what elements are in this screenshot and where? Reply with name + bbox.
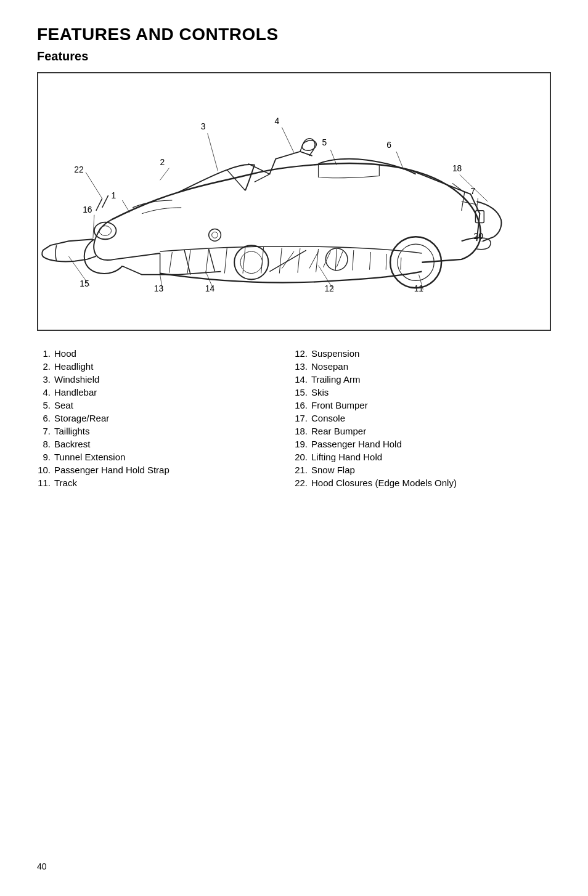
part-label: Passenger Hand Hold [311,439,402,449]
part-number: 14. [294,374,311,385]
svg-text:20: 20 [473,231,483,241]
svg-point-40 [209,229,221,241]
list-item: 2.Headlight [37,361,294,372]
part-label: Trailing Arm [311,374,360,385]
svg-line-26 [261,247,264,273]
svg-line-47 [330,150,337,165]
list-item: 14.Trailing Arm [294,374,551,385]
part-label: Nosepan [311,361,348,372]
part-number: 8. [37,439,54,449]
svg-line-42 [86,173,102,198]
parts-list-right: 12.Suspension13.Nosepan14.Trailing Arm15… [294,348,551,491]
part-number: 12. [294,348,311,359]
svg-line-45 [208,133,218,171]
parts-list-left: 1.Hood2.Headlight3.Windshield4.Handlebar… [37,348,294,491]
part-number: 21. [294,465,311,475]
part-number: 3. [37,374,54,385]
part-label: Taillights [54,426,90,436]
part-number: 16. [294,400,311,410]
part-number: 7. [37,426,54,436]
list-item: 15.Skis [294,387,551,397]
list-item: 21.Snow Flap [294,465,551,475]
svg-line-24 [224,248,227,274]
part-label: Suspension [311,348,359,359]
part-label: Storage/Rear [54,413,109,423]
svg-line-34 [401,258,401,270]
part-label: Rear Bumper [311,426,366,436]
list-item: 7.Taillights [37,426,294,436]
list-item: 1.Hood [37,348,294,359]
svg-text:3: 3 [201,121,206,131]
list-item: 18.Rear Bumper [294,426,551,436]
svg-text:6: 6 [386,140,391,150]
svg-text:22: 22 [74,165,83,174]
svg-line-33 [386,254,386,270]
part-label: Headlight [54,361,93,372]
svg-line-46 [282,127,294,153]
svg-line-51 [93,215,94,238]
snowmobile-diagram: 22 2 3 4 5 6 18 7 1 16 20 15 13 14 12 11 [37,72,551,331]
part-number: 19. [294,439,311,449]
list-item: 13.Nosepan [294,361,551,372]
part-number: 18. [294,426,311,436]
part-label: Lifting Hand Hold [311,452,382,462]
svg-point-41 [212,232,218,238]
list-item: 12.Suspension [294,348,551,359]
list-item: 4.Handlebar [37,387,294,397]
svg-line-30 [335,249,337,271]
part-number: 15. [294,387,311,397]
svg-line-32 [370,252,371,270]
svg-line-44 [160,168,169,181]
list-item: 17.Console [294,413,551,423]
part-number: 9. [37,452,54,462]
svg-text:4: 4 [274,116,279,126]
list-item: 10.Passenger Hand Hold Strap [37,465,294,475]
part-label: Track [54,478,77,488]
part-number: 17. [294,413,311,423]
svg-text:5: 5 [322,137,327,147]
list-item: 16.Front Bumper [294,400,551,410]
svg-text:18: 18 [452,163,462,173]
parts-lists: 1.Hood2.Headlight3.Windshield4.Handlebar… [37,348,551,491]
part-number: 11. [37,478,54,488]
svg-point-38 [99,226,112,236]
part-label: Tunnel Extension [54,452,125,462]
svg-text:12: 12 [324,283,333,293]
svg-line-28 [298,248,300,273]
svg-line-25 [243,247,245,273]
part-number: 13. [294,361,311,372]
list-item: 5.Seat [37,400,294,410]
part-number: 4. [37,387,54,397]
part-label: Handlebar [54,387,97,397]
part-number: 5. [37,400,54,410]
svg-text:1: 1 [112,190,116,200]
part-label: Passenger Hand Hold Strap [54,465,169,475]
part-number: 2. [37,361,54,372]
list-item: 22.Hood Closures (Edge Models Only) [294,478,551,488]
part-label: Front Bumper [311,400,368,410]
list-item: 11.Track [37,478,294,488]
part-label: Backrest [54,439,90,449]
svg-line-23 [206,249,209,274]
svg-line-43 [122,200,129,213]
part-number: 20. [294,452,311,462]
svg-text:16: 16 [83,205,92,214]
part-label: Skis [311,387,329,397]
part-number: 22. [294,478,311,488]
list-item: 20.Lifting Hand Hold [294,452,551,462]
svg-line-21 [169,252,172,273]
list-item: 3.Windshield [37,374,294,385]
page-number: 40 [37,861,47,871]
part-label: Seat [54,400,73,410]
sub-title: Features [37,49,551,63]
svg-line-52 [481,241,483,242]
part-number: 1. [37,348,54,359]
list-item: 8.Backrest [37,439,294,449]
list-item: 19.Passenger Hand Hold [294,439,551,449]
part-label: Snow Flap [311,465,355,475]
svg-text:2: 2 [160,157,165,167]
svg-point-37 [94,222,116,240]
part-label: Windshield [54,374,99,385]
list-item: 6.Storage/Rear [37,413,294,423]
part-label: Hood Closures (Edge Models Only) [311,478,457,488]
